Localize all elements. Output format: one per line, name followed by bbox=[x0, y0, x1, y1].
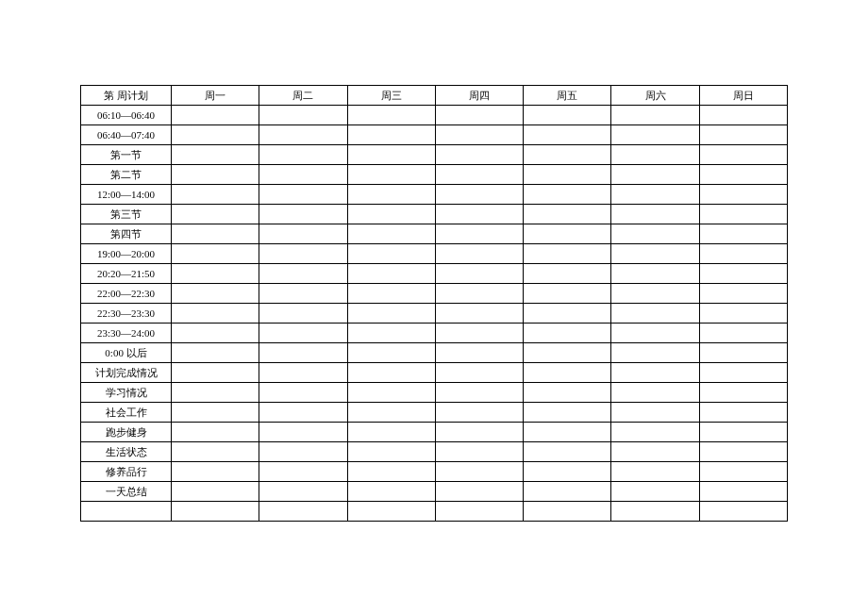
schedule-cell bbox=[172, 125, 259, 145]
schedule-cell bbox=[435, 363, 523, 383]
schedule-cell bbox=[524, 145, 611, 165]
schedule-cell bbox=[611, 442, 699, 462]
schedule-cell bbox=[524, 244, 611, 264]
schedule-cell bbox=[172, 423, 259, 442]
schedule-cell bbox=[347, 304, 435, 324]
schedule-cell bbox=[435, 145, 523, 165]
schedule-cell bbox=[524, 224, 611, 244]
schedule-cell bbox=[524, 106, 611, 125]
schedule-cell bbox=[347, 224, 435, 244]
schedule-cell bbox=[611, 462, 699, 482]
schedule-cell bbox=[347, 462, 435, 482]
schedule-cell bbox=[524, 462, 611, 482]
row-label: 06:40—07:40 bbox=[81, 125, 172, 145]
schedule-cell bbox=[347, 442, 435, 462]
schedule-cell bbox=[524, 125, 611, 145]
row-label: 第四节 bbox=[81, 224, 172, 244]
table-row: 修养品行 bbox=[81, 462, 788, 482]
day-header-wed: 周三 bbox=[347, 86, 435, 106]
day-header-thu: 周四 bbox=[435, 86, 523, 106]
schedule-cell bbox=[611, 502, 699, 522]
schedule-cell bbox=[259, 462, 347, 482]
day-header-tue: 周二 bbox=[259, 86, 347, 106]
schedule-cell bbox=[611, 343, 699, 363]
schedule-cell bbox=[259, 343, 347, 363]
schedule-cell bbox=[524, 363, 611, 383]
table-row: 生活状态 bbox=[81, 442, 788, 462]
schedule-cell bbox=[347, 264, 435, 284]
row-label: 第一节 bbox=[81, 145, 172, 165]
schedule-cell bbox=[259, 185, 347, 205]
schedule-cell bbox=[259, 502, 347, 522]
schedule-cell bbox=[347, 343, 435, 363]
table-row: 22:00—22:30 bbox=[81, 284, 788, 304]
schedule-cell bbox=[259, 106, 347, 125]
schedule-cell bbox=[172, 284, 259, 304]
schedule-cell bbox=[699, 383, 787, 403]
schedule-cell bbox=[524, 502, 611, 522]
header-row: 第 周计划 周一 周二 周三 周四 周五 周六 周日 bbox=[81, 86, 788, 106]
schedule-cell bbox=[435, 244, 523, 264]
schedule-cell bbox=[172, 264, 259, 284]
schedule-cell bbox=[259, 383, 347, 403]
schedule-cell bbox=[611, 304, 699, 324]
row-label: 0:00 以后 bbox=[81, 343, 172, 363]
schedule-cell bbox=[435, 502, 523, 522]
weekly-schedule-table: 第 周计划 周一 周二 周三 周四 周五 周六 周日 06:10—06:4006… bbox=[80, 85, 788, 522]
schedule-cell bbox=[347, 423, 435, 442]
schedule-cell bbox=[699, 363, 787, 383]
schedule-cell bbox=[524, 383, 611, 403]
schedule-cell bbox=[172, 185, 259, 205]
schedule-cell bbox=[699, 264, 787, 284]
schedule-cell bbox=[435, 106, 523, 125]
table-row: 06:40—07:40 bbox=[81, 125, 788, 145]
schedule-cell bbox=[347, 363, 435, 383]
table-row: 跑步健身 bbox=[81, 423, 788, 442]
schedule-cell bbox=[259, 125, 347, 145]
row-label: 修养品行 bbox=[81, 462, 172, 482]
schedule-cell bbox=[259, 244, 347, 264]
schedule-cell bbox=[524, 185, 611, 205]
schedule-cell bbox=[611, 324, 699, 343]
schedule-cell bbox=[524, 165, 611, 185]
schedule-cell bbox=[699, 343, 787, 363]
schedule-cell bbox=[347, 106, 435, 125]
schedule-cell bbox=[699, 304, 787, 324]
table-row: 20:20—21:50 bbox=[81, 264, 788, 284]
row-label: 23:30—24:00 bbox=[81, 324, 172, 343]
schedule-cell bbox=[259, 304, 347, 324]
schedule-cell bbox=[611, 224, 699, 244]
schedule-cell bbox=[259, 482, 347, 502]
day-header-mon: 周一 bbox=[172, 86, 259, 106]
row-label: 第三节 bbox=[81, 205, 172, 224]
schedule-cell bbox=[699, 244, 787, 264]
row-label: 一天总结 bbox=[81, 482, 172, 502]
schedule-cell bbox=[347, 165, 435, 185]
table-row: 12:00—14:00 bbox=[81, 185, 788, 205]
day-header-fri: 周五 bbox=[524, 86, 611, 106]
schedule-cell bbox=[699, 442, 787, 462]
table-row: 学习情况 bbox=[81, 383, 788, 403]
schedule-cell bbox=[172, 324, 259, 343]
row-label: 学习情况 bbox=[81, 383, 172, 403]
table-row: 社会工作 bbox=[81, 403, 788, 423]
schedule-cell bbox=[172, 343, 259, 363]
schedule-cell bbox=[699, 502, 787, 522]
schedule-cell bbox=[435, 304, 523, 324]
schedule-cell bbox=[611, 403, 699, 423]
schedule-cell bbox=[435, 264, 523, 284]
schedule-cell bbox=[435, 423, 523, 442]
schedule-cell bbox=[172, 482, 259, 502]
schedule-cell bbox=[524, 324, 611, 343]
schedule-cell bbox=[259, 165, 347, 185]
table-row: 一天总结 bbox=[81, 482, 788, 502]
schedule-cell bbox=[172, 205, 259, 224]
schedule-cell bbox=[347, 244, 435, 264]
schedule-cell bbox=[435, 482, 523, 502]
schedule-cell bbox=[435, 284, 523, 304]
table-body: 第 周计划 周一 周二 周三 周四 周五 周六 周日 06:10—06:4006… bbox=[81, 86, 788, 522]
schedule-cell bbox=[611, 106, 699, 125]
schedule-cell bbox=[435, 343, 523, 363]
schedule-cell bbox=[435, 442, 523, 462]
schedule-cell bbox=[699, 106, 787, 125]
